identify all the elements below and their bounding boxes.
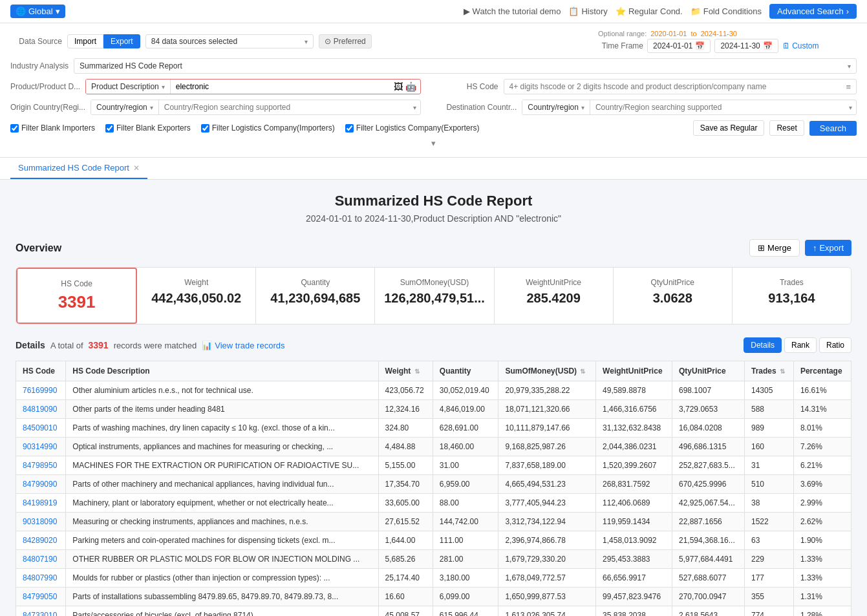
table-cell-7-1: Measuring or checking instruments, appli… — [66, 513, 378, 531]
table-cell-2-0[interactable]: 84509010 — [16, 419, 66, 438]
global-button[interactable]: 🌐 Global ▾ — [10, 5, 65, 18]
search-button[interactable]: Search — [809, 121, 857, 136]
col-header-8[interactable]: Percentage — [793, 361, 851, 381]
table-cell-7-0[interactable]: 90318090 — [16, 513, 66, 531]
product-input[interactable] — [171, 80, 390, 94]
import-export-tabs: Import Export — [67, 34, 140, 48]
regular-cond-link[interactable]: ⭐ Regular Cond. — [615, 6, 683, 16]
advanced-search-button[interactable]: Advanced Search › — [769, 4, 857, 19]
dest-country-input[interactable] — [590, 100, 845, 114]
table-cell-3-0[interactable]: 90314990 — [16, 438, 66, 456]
merge-button[interactable]: ⊞ Merge — [749, 239, 800, 257]
list-icon[interactable]: ≡ — [840, 82, 856, 92]
overview-section-header: Overview ⊞ Merge ↑ Export — [16, 239, 851, 257]
table-cell-9-4: 1,679,729,330.20 — [498, 550, 596, 569]
col-header-1[interactable]: HS Code Description — [66, 361, 378, 381]
table-cell-7-5: 119,959.1434 — [596, 513, 672, 531]
table-cell-10-8: 1.33% — [793, 569, 851, 588]
filter-blank-exporters-checkbox[interactable]: Filter Blank Exporters — [105, 123, 191, 133]
col-header-0[interactable]: HS Code — [16, 361, 66, 381]
table-cell-6-3: 88.00 — [433, 494, 498, 513]
col-header-7[interactable]: Trades ⇅ — [744, 361, 793, 381]
table-cell-7-6: 22,887.1656 — [672, 513, 745, 531]
table-cell-9-0[interactable]: 84807190 — [16, 550, 66, 569]
image-icon[interactable]: 🖼 — [394, 81, 403, 92]
robot-icon[interactable]: 🤖 — [405, 81, 416, 92]
origin-country-input[interactable] — [159, 100, 409, 114]
table-cell-4-0[interactable]: 84798950 — [16, 456, 66, 475]
table-cell-3-7: 160 — [744, 438, 793, 456]
filter-logistics-exporters-checkbox[interactable]: Filter Logistics Company(Exporters) — [345, 123, 480, 133]
table-cell-11-0[interactable]: 84799050 — [16, 588, 66, 606]
table-cell-0-0[interactable]: 76169990 — [16, 381, 66, 400]
table-cell-8-0[interactable]: 84289020 — [16, 531, 66, 550]
custom-button[interactable]: 🗓 Custom — [782, 41, 819, 50]
import-tab[interactable]: Import — [67, 34, 103, 48]
optional-range-label: Optional range: — [598, 30, 647, 37]
table-cell-10-4: 1,678,049,772.57 — [498, 569, 596, 588]
table-cell-12-0[interactable]: 84733010 — [16, 606, 66, 617]
table-cell-1-0[interactable]: 84819090 — [16, 400, 66, 419]
dest-country-type-select[interactable]: Country/region ▾ — [522, 100, 590, 114]
col-header-5[interactable]: WeightUnitPrice — [596, 361, 672, 381]
stat-value: 41,230,694,685 — [264, 291, 367, 306]
datasource-select[interactable]: 84 data sources selected ▾ — [145, 34, 314, 48]
product-type-select[interactable]: Product Description ▾ — [86, 80, 171, 94]
table-cell-7-8: 2.62% — [793, 513, 851, 531]
save-regular-button[interactable]: Save as Regular — [693, 120, 765, 136]
product-search-row: Product Description ▾ 🖼 🤖 — [85, 79, 420, 94]
action-buttons: Save as Regular Reset Search — [693, 120, 857, 136]
result-tab[interactable]: Summarized HS Code Report ✕ — [10, 158, 147, 179]
arrow-right-icon: › — [846, 6, 849, 16]
fold-cond-link[interactable]: 📁 Fold Conditions — [690, 6, 762, 16]
view-trade-link[interactable]: 📊 View trade records — [202, 341, 284, 350]
calendar-icon: 📅 — [695, 41, 705, 50]
table-cell-5-0[interactable]: 84799090 — [16, 475, 66, 494]
export-button[interactable]: ↑ Export — [805, 240, 851, 256]
table-cell-12-6: 2,618.5643 — [672, 606, 745, 617]
table-row: 84798950MACHINES FOR THE EXTRACTION OR P… — [16, 456, 851, 475]
preferred-label: Preferred — [334, 37, 366, 46]
stat-label: Trades — [740, 278, 843, 287]
col-header-4[interactable]: SumOfMoney(USD) ⇅ — [498, 361, 596, 381]
timeframe-start-input[interactable]: 2024-01-01 📅 — [647, 39, 711, 53]
table-cell-8-4: 2,396,974,866.78 — [498, 531, 596, 550]
reset-button[interactable]: Reset — [769, 120, 804, 136]
origin-country-type-select[interactable]: Country/region ▾ — [91, 100, 159, 114]
export-tab[interactable]: Export — [103, 34, 140, 48]
table-cell-0-5: 49,589.8878 — [596, 381, 672, 400]
chevron-down-icon: ▾ — [848, 63, 851, 70]
hscode-input[interactable] — [504, 80, 841, 94]
history-link[interactable]: 📋 History — [568, 6, 607, 16]
col-header-2[interactable]: Weight ⇅ — [378, 361, 433, 381]
product-type-value: Product Description — [91, 82, 159, 91]
view-tab-details[interactable]: Details — [744, 337, 782, 353]
details-title: Details — [16, 340, 45, 350]
table-cell-1-6: 3,729.0653 — [672, 400, 745, 419]
timeframe-start-value: 2024-01-01 — [653, 41, 692, 50]
view-tab-rank[interactable]: Rank — [784, 337, 817, 353]
table-cell-9-2: 5,685.26 — [378, 550, 433, 569]
dest-country-group: Country/region ▾ ▾ — [522, 100, 857, 115]
tutorial-link[interactable]: ▶ Watch the tutorial demo — [464, 6, 561, 16]
global-icon: 🌐 — [16, 6, 26, 16]
result-tab-close[interactable]: ✕ — [133, 164, 140, 173]
stat-value: 442,436,050.02 — [145, 291, 248, 306]
overview-title: Overview — [16, 242, 61, 254]
table-cell-6-0[interactable]: 84198919 — [16, 494, 66, 513]
collapse-row[interactable]: ▾ — [10, 136, 857, 151]
col-header-3[interactable]: Quantity — [433, 361, 498, 381]
regular-cond-label: Regular Cond. — [628, 6, 683, 16]
preferred-button[interactable]: ⊙ Preferred — [319, 34, 372, 48]
overview-actions: ⊞ Merge ↑ Export — [749, 239, 851, 257]
industry-analysis-select[interactable]: Summarized HS Code Report ▾ — [74, 58, 857, 74]
filter-blank-importers-checkbox[interactable]: Filter Blank Importers — [10, 123, 95, 133]
timeframe-end-input[interactable]: 2024-11-30 📅 — [714, 39, 778, 53]
view-tab-ratio[interactable]: Ratio — [819, 337, 851, 353]
table-cell-10-0[interactable]: 84807990 — [16, 569, 66, 588]
filter-logistics-importers-checkbox[interactable]: Filter Logistics Company(Importers) — [201, 123, 335, 133]
chevron-down-icon: ▾ — [162, 83, 165, 90]
search-form: Data Source Import Export 84 data source… — [0, 23, 867, 158]
col-header-6[interactable]: QtyUnitPrice — [672, 361, 745, 381]
table-cell-4-7: 31 — [744, 456, 793, 475]
